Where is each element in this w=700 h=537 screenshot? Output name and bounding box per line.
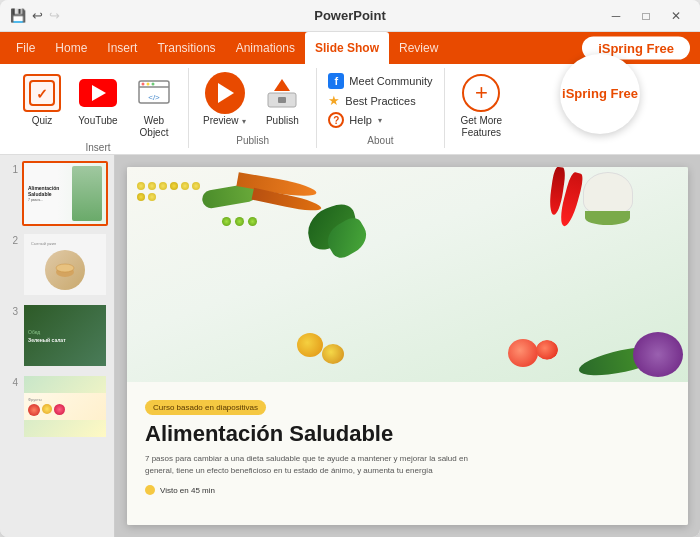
- slide-num-4: 4: [6, 377, 18, 388]
- cauliflower: [583, 172, 638, 222]
- time-badge: Visto en 45 min: [145, 485, 670, 495]
- tab-home[interactable]: Home: [45, 32, 97, 64]
- slide-img-1: AlimentaciónSaludable 7 pasos...: [22, 161, 108, 226]
- slide-4-label: Фрукты: [28, 397, 42, 402]
- tab-transitions[interactable]: Transitions: [147, 32, 225, 64]
- tomato-slice: [536, 340, 558, 360]
- apple-icon: [28, 404, 40, 416]
- window-controls: ─ □ ✕: [602, 4, 690, 28]
- ispring-circle-overlay: iSpring Free: [560, 54, 640, 134]
- slide-img-3: Обед Зеленый салат: [22, 303, 108, 368]
- redo-icon[interactable]: ↪: [49, 8, 60, 23]
- webobject-button[interactable]: </> Web Object: [128, 70, 180, 142]
- preview-play-triangle: [218, 83, 234, 103]
- slide-3-inner: Обед Зеленый салат: [24, 325, 106, 347]
- ribbon: File Home Insert Transitions Animations …: [0, 32, 700, 155]
- get-more-group: + Get MoreFeatures: [445, 68, 519, 148]
- get-more-plus-icon: +: [462, 74, 500, 112]
- slide-thumb-3[interactable]: 3 Обед Зеленый салат: [6, 303, 108, 368]
- publish-icon-area: [262, 73, 302, 113]
- about-group: f Meet Community ★ Best Practices ? Help…: [317, 68, 444, 148]
- publish-group-items: Preview ▾: [197, 70, 308, 135]
- slide-canvas: Curso basado en diapositivas Alimentació…: [115, 155, 700, 537]
- publish-group-label: Publish: [197, 135, 308, 148]
- slide-4-fruits: [28, 404, 65, 416]
- save-icon[interactable]: 💾: [10, 8, 26, 23]
- slide-thumb-4[interactable]: 4 Фрукты: [6, 374, 108, 439]
- webobject-icon: </>: [135, 74, 173, 112]
- svg-point-6: [152, 83, 155, 86]
- youtube-icon-area: [78, 73, 118, 113]
- insert-group-label: Insert: [16, 142, 180, 155]
- slide-num-2: 2: [6, 235, 18, 246]
- slide-num-1: 1: [6, 164, 18, 175]
- publish-icon: [263, 74, 301, 112]
- time-label: Visto en 45 min: [160, 486, 215, 495]
- get-more-label: Get MoreFeatures: [461, 115, 503, 139]
- tab-insert[interactable]: Insert: [97, 32, 147, 64]
- slide-img-2: Сытный ужин: [22, 232, 108, 297]
- slide-thumb-1[interactable]: 1 AlimentaciónSaludable 7 pasos...: [6, 161, 108, 226]
- slide-main: Curso basado en diapositivas Alimentació…: [127, 167, 688, 525]
- quiz-button[interactable]: ✓ Quiz: [16, 70, 68, 130]
- svg-marker-9: [274, 79, 290, 91]
- undo-icon[interactable]: ↩: [32, 8, 43, 23]
- yellow-tomato-1: [297, 333, 323, 357]
- quiz-icon: ✓: [23, 74, 61, 112]
- tab-review[interactable]: Review: [389, 32, 448, 64]
- meet-community-label: Meet Community: [349, 75, 432, 87]
- tab-file[interactable]: File: [6, 32, 45, 64]
- insert-group-items: ✓ Quiz YouTube: [16, 70, 180, 142]
- tab-slideshow[interactable]: Slide Show: [305, 32, 389, 64]
- slide-2-caption: Сытный ужин: [27, 239, 60, 248]
- webobject-icon-area: </>: [134, 73, 174, 113]
- minimize-button[interactable]: ─: [602, 4, 630, 28]
- svg-text:✓: ✓: [36, 86, 48, 102]
- time-dot-icon: [145, 485, 155, 495]
- best-practices-button[interactable]: ★ Best Practices: [325, 92, 435, 109]
- main-area: 1 AlimentaciónSaludable 7 pasos... 2: [0, 155, 700, 537]
- svg-rect-10: [278, 97, 286, 103]
- close-button[interactable]: ✕: [662, 4, 690, 28]
- slide-3-title: Зеленый салат: [28, 337, 66, 343]
- preview-label: Preview ▾: [203, 115, 246, 127]
- ribbon-content: ✓ Quiz YouTube: [0, 64, 700, 154]
- yt-play-icon: [92, 85, 106, 101]
- publish-label: Publish: [266, 115, 299, 127]
- preview-play-icon: [205, 72, 245, 114]
- maximize-button[interactable]: □: [632, 4, 660, 28]
- meet-community-button[interactable]: f Meet Community: [325, 72, 435, 90]
- quiz-icon-area: ✓: [22, 73, 62, 113]
- yellow-tomato-2: [322, 344, 344, 364]
- preview-dropdown-arrow: ▾: [242, 117, 246, 126]
- slide-2-content: Сытный ужин: [24, 234, 106, 295]
- webobj-svg: </>: [136, 75, 172, 111]
- slide-4-content: Фрукты: [24, 376, 106, 437]
- slide-1-sub: 7 pasos...: [28, 198, 70, 202]
- svg-point-12: [56, 264, 74, 272]
- svg-text:</>: </>: [148, 93, 160, 102]
- preview-icon-area: [205, 73, 245, 113]
- tab-animations[interactable]: Animations: [226, 32, 305, 64]
- help-button[interactable]: ? Help ▾: [325, 111, 435, 129]
- chickpeas: [137, 182, 207, 201]
- ispring-circle-text: iSpring Free: [562, 86, 638, 103]
- youtube-label: YouTube: [78, 115, 117, 127]
- preview-button[interactable]: Preview ▾: [197, 70, 252, 130]
- slide-2-inner: Сытный ужин: [27, 239, 103, 290]
- insert-group: ✓ Quiz YouTube: [8, 68, 189, 148]
- red-tomato: [508, 339, 538, 367]
- svg-point-5: [147, 83, 150, 86]
- title-bar: 💾 ↩ ↪ PowerPoint ─ □ ✕: [0, 0, 700, 32]
- lemon-icon: [42, 404, 52, 414]
- veg-container: [127, 167, 688, 382]
- get-more-features-button[interactable]: + Get MoreFeatures: [453, 70, 511, 143]
- help-label: Help: [349, 114, 372, 126]
- about-items: f Meet Community ★ Best Practices ? Help…: [325, 70, 435, 129]
- youtube-button[interactable]: YouTube: [72, 70, 124, 130]
- youtube-icon: [79, 79, 117, 107]
- slide-panel: 1 AlimentaciónSaludable 7 pasos... 2: [0, 155, 115, 537]
- slide-thumb-2[interactable]: 2 Сытный ужин: [6, 232, 108, 297]
- publish-button[interactable]: Publish: [256, 70, 308, 130]
- help-dropdown-arrow: ▾: [378, 116, 382, 125]
